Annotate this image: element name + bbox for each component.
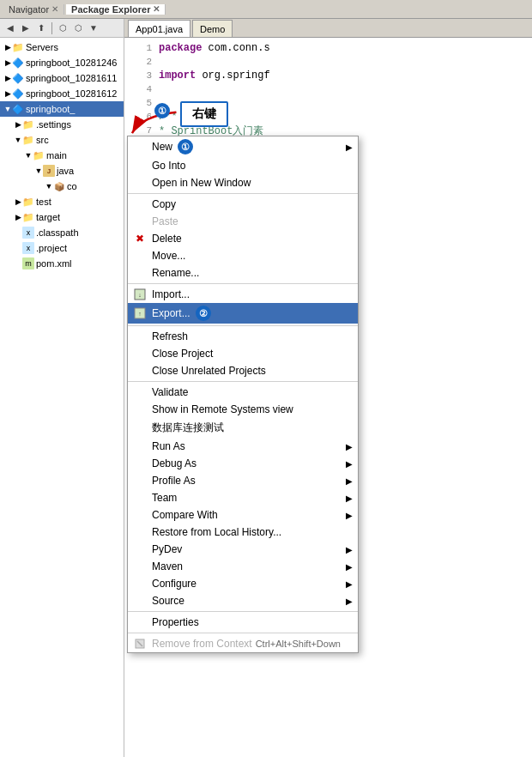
tree-item-sb1[interactable]: ▶ 🔷 springboot_10281246 bbox=[0, 55, 124, 70]
sep-5 bbox=[128, 611, 358, 612]
menu-item-move-label: Move... bbox=[152, 250, 185, 262]
menu-item-close-unrelated[interactable]: Close Unrelated Projects bbox=[128, 362, 358, 379]
menu-item-source[interactable]: Source ▶ bbox=[128, 592, 358, 609]
menu-item-maven-label: Maven bbox=[152, 560, 183, 572]
menu-item-export[interactable]: ↑ Export... ② bbox=[128, 303, 358, 324]
svg-text:↓: ↓ bbox=[138, 292, 142, 298]
package-explorer-tab-close[interactable]: ✕ bbox=[153, 4, 160, 14]
tree-item-sb4[interactable]: ▼ 🔷 springboot_ bbox=[0, 101, 124, 117]
navigator-tab-label: Navigator bbox=[9, 4, 49, 15]
menu-item-import[interactable]: ↓ Import... bbox=[128, 286, 358, 303]
menu-item-run-as[interactable]: Run As ▶ bbox=[128, 438, 358, 455]
editor-tab-demo[interactable]: Demo bbox=[192, 20, 233, 37]
arrow-target: ▶ bbox=[14, 213, 22, 221]
menu-item-copy[interactable]: Copy bbox=[128, 196, 358, 213]
label-java: java bbox=[57, 166, 74, 176]
menu-item-compare-with[interactable]: Compare With ▶ bbox=[128, 506, 358, 524]
menu-item-close-project-label: Close Project bbox=[152, 348, 213, 360]
folder-icon-co: 📦 bbox=[53, 180, 65, 192]
back-btn[interactable]: ◀ bbox=[3, 21, 17, 35]
tree-item-servers[interactable]: ▶ 📁 Servers bbox=[0, 39, 124, 55]
menu-item-open-new-window[interactable]: Open in New Window bbox=[128, 174, 358, 191]
folder-icon-src: 📁 bbox=[22, 134, 34, 146]
arrow-co: ▼ bbox=[45, 182, 53, 191]
tree-item-target[interactable]: ▶ 📁 target bbox=[0, 209, 124, 225]
menu-item-rename[interactable]: Rename... bbox=[128, 264, 358, 282]
menu-item-team-label: Team bbox=[152, 492, 177, 504]
label-classpath: .classpath bbox=[36, 227, 79, 238]
tree-item-src[interactable]: ▼ 📁 src bbox=[0, 132, 124, 148]
debug-as-submenu-arrow: ▶ bbox=[346, 459, 353, 469]
menu-item-validate[interactable]: Validate bbox=[128, 384, 358, 401]
badge-1-indicator: ① bbox=[154, 103, 170, 118]
menu-item-paste: Paste bbox=[128, 213, 358, 230]
menu-item-pydev-label: PyDev bbox=[152, 543, 182, 555]
profile-as-submenu-arrow: ▶ bbox=[346, 476, 353, 486]
menu-btn[interactable]: ▼ bbox=[87, 21, 100, 35]
tree-item-classpath[interactable]: ▶ x .classpath bbox=[0, 225, 124, 240]
tree-item-settings[interactable]: ▶ 📁 .settings bbox=[0, 117, 124, 132]
menu-item-show-remote[interactable]: Show in Remote Systems view bbox=[128, 401, 358, 418]
arrow-main: ▼ bbox=[24, 151, 33, 160]
label-test: test bbox=[36, 197, 51, 207]
label-sb1: springboot_10281246 bbox=[26, 58, 117, 68]
menu-item-maven[interactable]: Maven ▶ bbox=[128, 558, 358, 575]
navigator-tab[interactable]: Navigator ✕ bbox=[3, 4, 64, 15]
menu-item-new-label: New bbox=[152, 141, 172, 153]
tree-area: ▶ 📁 Servers ▶ 🔷 springboot_10281246 ▶ 🔷 … bbox=[0, 38, 124, 757]
tree-item-java[interactable]: ▼ J java bbox=[0, 163, 124, 179]
tree-item-project[interactable]: ▶ x .project bbox=[0, 240, 124, 256]
label-project: .project bbox=[36, 243, 67, 253]
configure-submenu-arrow: ▶ bbox=[346, 579, 353, 589]
folder-icon-main: 📁 bbox=[33, 149, 45, 161]
menu-item-delete[interactable]: ✖ Delete bbox=[128, 230, 358, 247]
up-btn[interactable]: ⬆ bbox=[34, 21, 48, 35]
ide-container: Navigator ✕ Package Explorer ✕ ◀ ▶ ⬆ ⬡ ⬡… bbox=[0, 0, 532, 757]
menu-item-move[interactable]: Move... bbox=[128, 247, 358, 264]
menu-item-delete-label: Delete bbox=[152, 233, 182, 245]
collapse-btn[interactable]: ⬡ bbox=[56, 21, 70, 35]
arrow-sb4: ▼ bbox=[3, 105, 12, 113]
link-btn[interactable]: ⬡ bbox=[71, 21, 85, 35]
menu-item-run-as-label: Run As bbox=[152, 440, 185, 452]
export-icon: ↑ bbox=[133, 306, 147, 320]
svg-text:↑: ↑ bbox=[138, 311, 142, 317]
tree-item-co[interactable]: ▼ 📦 co bbox=[0, 179, 124, 194]
package-explorer-tab-label: Package Explorer bbox=[71, 4, 150, 15]
navigator-tab-close[interactable]: ✕ bbox=[51, 4, 58, 14]
menu-item-team[interactable]: Team ▶ bbox=[128, 489, 358, 506]
label-target: target bbox=[36, 212, 60, 222]
menu-item-configure[interactable]: Configure ▶ bbox=[128, 575, 358, 592]
menu-item-close-project[interactable]: Close Project bbox=[128, 345, 358, 362]
line-1: 1 package com.conn.s bbox=[131, 41, 525, 55]
menu-item-debug-as[interactable]: Debug As ▶ bbox=[128, 455, 358, 472]
package-explorer-tab[interactable]: Package Explorer ✕ bbox=[66, 4, 166, 15]
menu-item-properties[interactable]: Properties bbox=[128, 614, 358, 631]
line-2: 2 bbox=[131, 55, 525, 69]
menu-item-refresh[interactable]: Refresh bbox=[128, 328, 358, 345]
menu-item-db-test[interactable]: 数据库连接测试 bbox=[128, 418, 358, 438]
label-pom: pom.xml bbox=[36, 258, 72, 269]
menu-item-profile-as[interactable]: Profile As ▶ bbox=[128, 472, 358, 489]
project-icon-sb4: 🔷 bbox=[12, 103, 24, 115]
tree-item-pom[interactable]: ▶ m pom.xml bbox=[0, 256, 124, 271]
arrow-sb3: ▶ bbox=[3, 89, 12, 98]
menu-item-restore-history[interactable]: Restore from Local History... bbox=[128, 524, 358, 541]
tree-item-sb2[interactable]: ▶ 🔷 springboot_10281611 bbox=[0, 70, 124, 86]
tree-item-main[interactable]: ▼ 📁 main bbox=[0, 148, 124, 163]
compare-submenu-arrow: ▶ bbox=[346, 511, 353, 520]
label-settings: .settings bbox=[36, 119, 71, 130]
sep-3 bbox=[128, 325, 358, 326]
classpath-icon: x bbox=[22, 227, 34, 239]
tree-item-test[interactable]: ▶ 📁 test bbox=[0, 194, 124, 209]
project-icon-sb2: 🔷 bbox=[12, 72, 24, 84]
forward-btn[interactable]: ▶ bbox=[19, 21, 33, 35]
menu-item-go-into[interactable]: Go Into bbox=[128, 157, 358, 174]
menu-item-export-label: Export... bbox=[152, 307, 190, 319]
menu-item-pydev[interactable]: PyDev ▶ bbox=[128, 541, 358, 558]
java-icon: J bbox=[43, 165, 55, 177]
arrow-java: ▼ bbox=[34, 167, 43, 175]
editor-tab-app01[interactable]: App01.java bbox=[128, 20, 190, 37]
tree-item-sb3[interactable]: ▶ 🔷 springboot_10281612 bbox=[0, 86, 124, 101]
arrow-test: ▶ bbox=[14, 197, 22, 206]
